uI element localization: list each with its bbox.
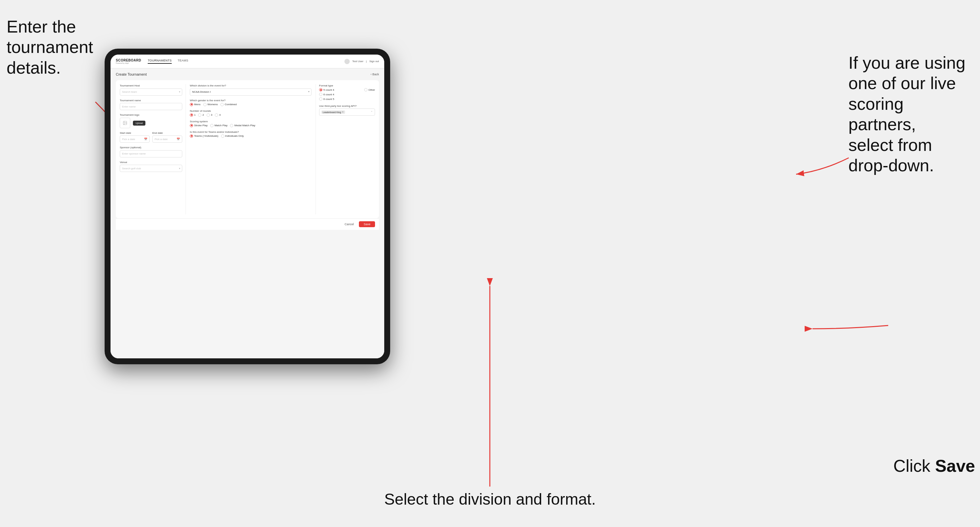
teams-radio-group: Teams (+Individuals) Individuals Only bbox=[190, 135, 312, 138]
calendar-icon-end: 📅 bbox=[177, 138, 180, 141]
scoring-medal[interactable]: Medal Match Play bbox=[230, 124, 255, 127]
format-other[interactable]: Other bbox=[364, 88, 375, 91]
scoring-label: Scoring system bbox=[190, 120, 312, 123]
gender-womens-label: Womens bbox=[208, 103, 218, 106]
format-6count5[interactable]: 6 count 5 bbox=[319, 97, 334, 101]
rounds-4-label: 4 bbox=[219, 113, 220, 116]
form-area: Tournament Host ▾ Tournament name Tourna… bbox=[116, 80, 379, 218]
form-right-col: Format type 5 count 4 bbox=[319, 84, 375, 214]
scoring-match[interactable]: Match Play bbox=[210, 124, 228, 127]
gender-field: Which gender is the event for? Mens Wome… bbox=[190, 99, 312, 106]
format-type-group: 5 count 4 6 count 4 6 count 5 bbox=[319, 88, 375, 101]
format-6count4[interactable]: 6 count 4 bbox=[319, 93, 334, 96]
teams-individuals-only[interactable]: Individuals Only bbox=[221, 135, 244, 138]
venue-dropdown-icon: ▾ bbox=[179, 167, 180, 170]
tablet-device: SCOREBOARD Powered by clippi TOURNAMENTS… bbox=[105, 49, 390, 364]
radio-medal-circle bbox=[230, 124, 233, 127]
navbar-brand: SCOREBOARD Powered by clippi bbox=[116, 59, 141, 64]
scoring-stroke-label: Stroke Play bbox=[194, 124, 208, 127]
gender-combined[interactable]: Combined bbox=[220, 103, 237, 106]
rounds-2-label: 2 bbox=[202, 113, 204, 116]
format-other-label: Other bbox=[368, 89, 375, 91]
rounds-1-label: 1 bbox=[194, 113, 196, 116]
format-6count5-label: 6 count 5 bbox=[323, 98, 334, 101]
end-date-field: End date Pick a date 📅 bbox=[152, 132, 182, 143]
navbar: SCOREBOARD Powered by clippi TOURNAMENTS… bbox=[111, 55, 384, 68]
tournament-host-input[interactable] bbox=[120, 89, 182, 96]
format-5count4[interactable]: 5 count 4 bbox=[319, 88, 334, 91]
back-link[interactable]: ‹ Back bbox=[371, 73, 379, 76]
navbar-tabs: TOURNAMENTS TEAMS bbox=[148, 59, 344, 64]
teams-plus[interactable]: Teams (+Individuals) bbox=[190, 135, 218, 138]
upload-button[interactable]: Upload bbox=[133, 121, 145, 125]
radio-combined-circle bbox=[220, 103, 224, 106]
venue-wrapper: ▾ bbox=[120, 165, 182, 172]
live-scoring-field: Use third-party live scoring API? Leader… bbox=[319, 105, 375, 116]
tab-tournaments[interactable]: TOURNAMENTS bbox=[148, 59, 172, 64]
page-header: Create Tournament ‹ Back bbox=[116, 72, 379, 76]
start-date-input[interactable]: Pick a date 📅 bbox=[120, 135, 150, 143]
sponsor-label: Sponsor (optional) bbox=[120, 146, 182, 149]
calendar-icon: 📅 bbox=[144, 138, 147, 141]
start-date-placeholder: Pick a date bbox=[122, 138, 135, 141]
division-select-wrapper: NCAA Division I bbox=[190, 88, 312, 96]
rounds-field: Number of rounds 1 2 bbox=[190, 110, 312, 117]
gender-radio-group: Mens Womens Combined bbox=[190, 103, 312, 106]
tournament-host-label: Tournament Host bbox=[120, 84, 182, 87]
tournament-name-input[interactable] bbox=[120, 103, 182, 110]
logo-placeholder bbox=[120, 118, 130, 128]
live-scoring-tag-input[interactable]: Leaderboard King ✕ ⌃ bbox=[319, 108, 375, 116]
scoring-radio-group: Stroke Play Match Play Medal Match Play bbox=[190, 124, 312, 127]
annotation-top-left: Enter the tournament details. bbox=[6, 16, 99, 78]
save-button[interactable]: Save bbox=[359, 221, 375, 227]
brand-title: SCOREBOARD bbox=[116, 59, 141, 62]
radio-rounds-2-circle bbox=[198, 113, 201, 117]
rounds-3-label: 3 bbox=[211, 113, 212, 116]
end-date-input[interactable]: Pick a date 📅 bbox=[152, 135, 182, 143]
rounds-2[interactable]: 2 bbox=[198, 113, 204, 117]
gender-label: Which gender is the event for? bbox=[190, 99, 312, 102]
brand-sub: Powered by clippi bbox=[116, 62, 141, 64]
gender-mens-label: Mens bbox=[194, 103, 200, 106]
rounds-1[interactable]: 1 bbox=[190, 113, 196, 117]
annotation-bottom-center: Select the division and format. bbox=[0, 490, 980, 509]
format-6count4-label: 6 count 4 bbox=[323, 93, 334, 96]
radio-stroke-circle bbox=[190, 124, 193, 127]
sign-out-link[interactable]: Sign out bbox=[369, 60, 379, 63]
radio-5count4-circle bbox=[319, 88, 322, 91]
radio-6count4-circle bbox=[319, 93, 322, 96]
scoring-stroke[interactable]: Stroke Play bbox=[190, 124, 208, 127]
annotation-bottom-right: Click Save bbox=[893, 456, 975, 476]
tournament-name-field: Tournament name bbox=[120, 99, 182, 111]
radio-rounds-1-circle bbox=[190, 113, 193, 117]
gender-womens[interactable]: Womens bbox=[203, 103, 218, 106]
teams-field: Is this event for Teams and/or Individua… bbox=[190, 130, 312, 138]
scoring-medal-label: Medal Match Play bbox=[234, 124, 255, 127]
annotation-top-right-text: If you are using one of our live scoring… bbox=[848, 53, 966, 175]
live-scoring-tag: Leaderboard King ✕ bbox=[321, 111, 345, 114]
division-select[interactable]: NCAA Division I bbox=[190, 89, 312, 96]
sponsor-input[interactable] bbox=[120, 150, 182, 157]
end-date-label: End date bbox=[152, 132, 182, 135]
tournament-name-label: Tournament name bbox=[120, 99, 182, 102]
format-type-field: Format type 5 count 4 bbox=[319, 84, 375, 101]
tournament-host-wrapper: ▾ bbox=[120, 88, 182, 96]
tablet-screen: SCOREBOARD Powered by clippi TOURNAMENTS… bbox=[111, 55, 384, 358]
date-row: Start date Pick a date 📅 End date Pick a… bbox=[120, 132, 182, 143]
teams-plus-label: Teams (+Individuals) bbox=[194, 135, 218, 137]
venue-input[interactable] bbox=[120, 165, 182, 172]
start-date-field: Start date Pick a date 📅 bbox=[120, 132, 150, 143]
tournament-host-field: Tournament Host ▾ bbox=[120, 84, 182, 96]
cancel-button[interactable]: Cancel bbox=[342, 221, 356, 227]
form-left-col: Tournament Host ▾ Tournament name Tourna… bbox=[120, 84, 182, 214]
rounds-radio-group: 1 2 3 4 bbox=[190, 113, 312, 117]
page-title: Create Tournament bbox=[116, 72, 147, 76]
annotation-top-right: If you are using one of our live scoring… bbox=[848, 52, 974, 176]
rounds-3[interactable]: 3 bbox=[207, 113, 212, 117]
gender-mens[interactable]: Mens bbox=[190, 103, 200, 106]
radio-mens-circle bbox=[190, 103, 193, 106]
rounds-4[interactable]: 4 bbox=[215, 113, 220, 117]
tab-teams[interactable]: TEAMS bbox=[178, 59, 188, 64]
tag-remove-icon[interactable]: ✕ bbox=[342, 111, 344, 113]
live-scoring-label: Use third-party live scoring API? bbox=[319, 105, 375, 108]
